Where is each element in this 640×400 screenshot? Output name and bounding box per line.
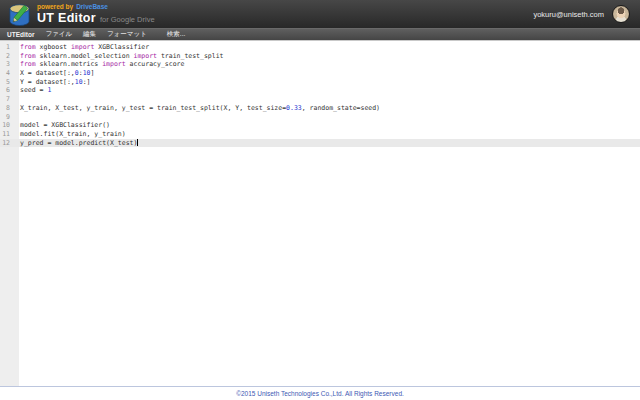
- code-line[interactable]: 1from xgboost import XGBClassifier: [0, 43, 640, 52]
- code-line-text: Y = dataset[:,10:]: [14, 78, 90, 87]
- code-line[interactable]: 9: [0, 113, 640, 122]
- code-line[interactable]: 7: [0, 95, 640, 104]
- code-line-text: seed = 1: [14, 86, 51, 95]
- line-number: 7: [0, 95, 14, 104]
- menu-bar: UTEditor ファイル 編集 フォーマット 検索...: [0, 28, 640, 41]
- code-line-text: model.fit(X_train, y_train): [14, 130, 126, 139]
- menu-file[interactable]: ファイル: [45, 30, 72, 39]
- code-editor[interactable]: 1from xgboost import XGBClassifier2from …: [0, 41, 640, 386]
- line-number: 4: [0, 69, 14, 78]
- code-line[interactable]: 8X_train, X_test, y_train, y_test = trai…: [0, 104, 640, 113]
- line-number: 5: [0, 78, 14, 87]
- copyright-text: ©2015 Uniseth Technologies Co.,Ltd. All …: [236, 390, 404, 397]
- line-number: 6: [0, 86, 14, 95]
- page-footer: ©2015 Uniseth Technologies Co.,Ltd. All …: [0, 386, 640, 400]
- line-number: 10: [0, 121, 14, 130]
- code-line[interactable]: 11model.fit(X_train, y_train): [0, 130, 640, 139]
- code-line-text: model = XGBClassifier(): [14, 121, 110, 130]
- line-number: 8: [0, 104, 14, 113]
- code-line[interactable]: 2from sklearn.model_selection import tra…: [0, 52, 640, 61]
- code-line[interactable]: 5Y = dataset[:,10:]: [0, 78, 640, 87]
- user-email: yokuru@uniseth.com: [533, 10, 604, 19]
- code-line[interactable]: 6seed = 1: [0, 86, 640, 95]
- user-avatar[interactable]: [612, 5, 630, 23]
- code-line-text: y_pred = model.predict(X_test): [14, 139, 138, 148]
- line-number: 2: [0, 52, 14, 61]
- code-line[interactable]: 12y_pred = model.predict(X_test): [0, 139, 640, 148]
- code-line[interactable]: 4X = dataset[:,0:10]: [0, 69, 640, 78]
- code-line-text: [14, 95, 20, 104]
- app-subtitle: for Google Drive: [100, 16, 155, 24]
- uteditor-app: powered byDriveBase UT Editor for Google…: [0, 0, 640, 400]
- code-lines[interactable]: 1from xgboost import XGBClassifier2from …: [0, 41, 640, 147]
- database-pencil-icon: [8, 2, 31, 27]
- menu-uteditor[interactable]: UTEditor: [7, 31, 34, 38]
- menu-search[interactable]: 検索...: [167, 30, 185, 39]
- line-number: 11: [0, 130, 14, 139]
- brand-name: DriveBase: [76, 3, 108, 10]
- code-line[interactable]: 10model = XGBClassifier(): [0, 121, 640, 130]
- text-cursor: [137, 139, 138, 146]
- app-header: powered byDriveBase UT Editor for Google…: [0, 0, 640, 28]
- app-title-block: powered byDriveBase UT Editor for Google…: [37, 4, 155, 25]
- code-line-text: from xgboost import XGBClassifier: [14, 43, 149, 52]
- code-line-text: X_train, X_test, y_train, y_test = train…: [14, 104, 380, 113]
- code-line-text: [14, 113, 20, 122]
- code-line[interactable]: 3from sklearn.metrics import accuracy_sc…: [0, 60, 640, 69]
- code-line-text: X = dataset[:,0:10]: [14, 69, 94, 78]
- line-number: 12: [0, 139, 14, 148]
- line-number: 1: [0, 43, 14, 52]
- menu-format[interactable]: フォーマット: [107, 30, 147, 39]
- menu-edit[interactable]: 編集: [83, 30, 96, 39]
- powered-by-label: powered by: [37, 3, 73, 10]
- app-title: UT Editor: [37, 12, 96, 25]
- line-number: 9: [0, 113, 14, 122]
- line-number: 3: [0, 60, 14, 69]
- code-line-text: from sklearn.model_selection import trai…: [14, 52, 224, 61]
- code-line-text: from sklearn.metrics import accuracy_sco…: [14, 60, 184, 69]
